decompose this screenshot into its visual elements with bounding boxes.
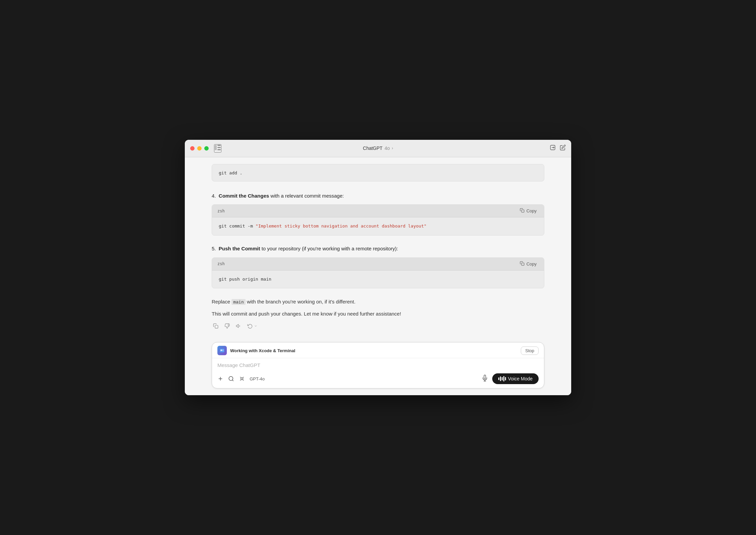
regenerate-button[interactable] (246, 322, 259, 330)
titlebar-actions (550, 145, 566, 152)
message-actions (212, 322, 544, 330)
voice-bar-2 (500, 376, 501, 381)
app-name: ChatGPT (363, 146, 382, 151)
title-chevron: › (392, 146, 393, 151)
input-placeholder: Message ChatGPT (217, 362, 260, 368)
stop-button[interactable]: Stop (521, 346, 539, 355)
git-add-code-block: git add . (212, 164, 544, 181)
toolbar-right: Voice Mode (481, 373, 539, 384)
context-avatar (217, 346, 227, 355)
edit-button[interactable] (560, 145, 566, 152)
search-button[interactable] (228, 376, 234, 382)
step-5-number: 5. (212, 246, 216, 251)
tools-button[interactable] (239, 376, 245, 382)
thumbs-down-button[interactable] (223, 322, 231, 330)
step-4-rest: with a relevant commit message: (270, 193, 344, 199)
step-5-label: 5. Push the Commit to your repository (i… (212, 245, 544, 253)
model-selector[interactable]: GPT-4o (250, 376, 265, 381)
svg-rect-10 (220, 350, 222, 351)
share-button[interactable] (550, 145, 556, 152)
step-5-code-header: zsh Copy (212, 258, 544, 271)
voice-mode-button[interactable]: Voice Mode (492, 373, 539, 384)
svg-rect-3 (217, 149, 221, 150)
step-4-copy-button[interactable]: Copy (518, 207, 539, 214)
copy-icon-4 (520, 208, 524, 214)
voice-bars-icon (498, 376, 506, 381)
voice-bar-3 (502, 377, 503, 380)
step-4-label: 4. Commit the Changes with a relevant co… (212, 192, 544, 200)
svg-line-16 (232, 380, 233, 381)
speaker-button[interactable] (235, 322, 243, 330)
app-window: ChatGPT 4o › git add . (185, 140, 571, 396)
microphone-button[interactable] (481, 375, 488, 383)
step-5-copy-label: Copy (527, 261, 537, 266)
step-4: 4. Commit the Changes with a relevant co… (212, 192, 544, 236)
voice-bar-4 (503, 376, 504, 381)
model-label: GPT-4o (250, 376, 265, 381)
step-5-rest: to your repository (if you're working wi… (261, 246, 398, 251)
step-5-code-body: git push origin main (212, 271, 544, 288)
copy-icon-5 (520, 261, 524, 267)
message-input[interactable]: Message ChatGPT (212, 358, 544, 371)
step-5-code: git push origin main (219, 277, 271, 282)
svg-rect-2 (217, 147, 221, 148)
svg-rect-11 (223, 350, 224, 350)
traffic-lights (190, 146, 209, 151)
step-4-code-body: git commit -m "Implement sticky bottom n… (212, 217, 544, 235)
minimize-button[interactable] (197, 146, 202, 151)
voice-bar-1 (498, 377, 499, 380)
maximize-button[interactable] (204, 146, 209, 151)
svg-marker-8 (236, 325, 238, 328)
model-badge: 4o (384, 146, 390, 151)
svg-rect-12 (223, 351, 224, 351)
sidebar-toggle-button[interactable] (214, 144, 221, 153)
step-4-code-container: zsh Copy git commit -m "Implement sticky… (212, 204, 544, 236)
toolbar-left: GPT-4o (217, 376, 265, 382)
input-context-bar: Working with Xcode & Terminal Stop (212, 342, 544, 358)
close-button[interactable] (190, 146, 195, 151)
step-5-lang: zsh (217, 261, 225, 266)
replace-text: Replace (212, 299, 232, 304)
window-title: ChatGPT 4o › (363, 146, 393, 151)
step-4-copy-label: Copy (527, 208, 537, 213)
step-4-bold: Commit the Changes (219, 193, 269, 199)
prose-replace: Replace main with the branch you're work… (212, 298, 544, 306)
step-5: 5. Push the Commit to your repository (i… (212, 245, 544, 288)
svg-rect-5 (521, 210, 524, 212)
step-4-code-string: "Implement sticky bottom navigation and … (256, 223, 427, 229)
input-toolbar: GPT-4o (212, 371, 544, 388)
svg-rect-6 (521, 263, 524, 265)
step-5-code-container: zsh Copy git push origin main (212, 257, 544, 289)
replace-code: main (232, 299, 245, 305)
chat-content: git add . 4. Commit the Changes with a r… (185, 157, 571, 338)
svg-rect-7 (215, 325, 218, 328)
step-4-code-command: git commit -m (219, 223, 256, 229)
svg-point-17 (241, 378, 243, 380)
attach-button[interactable] (217, 376, 223, 382)
voice-mode-label: Voice Mode (508, 376, 533, 381)
replace-rest: with the branch you're working on, if it… (246, 299, 355, 304)
svg-point-15 (229, 377, 233, 381)
svg-rect-1 (217, 145, 221, 146)
step-5-bold: Push the Commit (219, 246, 260, 251)
step-4-lang: zsh (217, 209, 225, 213)
git-add-code: git add . (219, 170, 242, 175)
copy-message-button[interactable] (212, 322, 220, 330)
input-container: Working with Xcode & Terminal Stop Messa… (212, 342, 544, 388)
context-label: Working with Xcode & Terminal (230, 348, 517, 353)
step-4-number: 4. (212, 193, 216, 199)
voice-bar-5 (505, 377, 506, 380)
titlebar: ChatGPT 4o › (185, 140, 571, 157)
step-5-copy-button[interactable]: Copy (518, 260, 539, 268)
input-area: Working with Xcode & Terminal Stop Messa… (185, 338, 571, 395)
svg-rect-0 (215, 145, 217, 150)
prose-closing: This will commit and push your changes. … (212, 310, 544, 318)
step-4-code-header: zsh Copy (212, 205, 544, 217)
